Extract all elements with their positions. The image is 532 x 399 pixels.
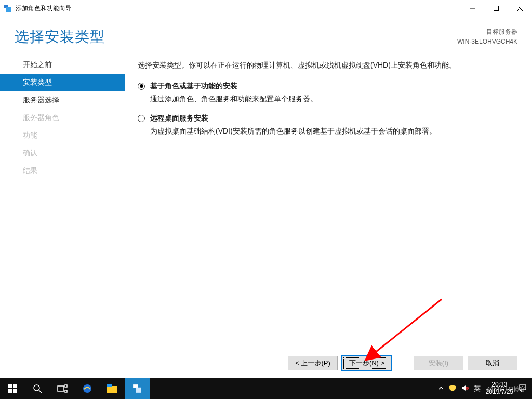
nav-before-you-begin[interactable]: 开始之前: [0, 56, 125, 74]
taskbar-server-manager[interactable]: [125, 378, 150, 399]
cancel-button[interactable]: 取消: [468, 356, 517, 370]
divider: [125, 56, 125, 348]
nav-features: 功能: [0, 127, 125, 144]
option-role-based[interactable]: 基于角色或基于功能的安装 通过添加角色、角色服务和功能来配置单个服务器。: [138, 82, 516, 104]
nav-install-type[interactable]: 安装类型: [0, 74, 125, 91]
footer: < 上一步(P) 下一步(N) > 安装(I) 取消: [0, 348, 532, 378]
start-button[interactable]: [0, 378, 25, 399]
svg-rect-15: [65, 390, 67, 392]
task-view-button[interactable]: [50, 378, 75, 399]
radio-rds[interactable]: [138, 115, 145, 122]
taskbar-ie[interactable]: [75, 378, 100, 399]
titlebar: 添加角色和功能向导: [0, 0, 532, 17]
maximize-button[interactable]: [484, 1, 508, 16]
target-label: 目标服务器: [457, 27, 517, 37]
watermark: @51CTO博客: [487, 385, 526, 394]
close-button[interactable]: [508, 1, 532, 16]
search-button[interactable]: [25, 378, 50, 399]
option-role-based-desc: 通过添加角色、角色服务和功能来配置单个服务器。: [150, 93, 516, 104]
tray-chevron-icon[interactable]: [438, 385, 444, 392]
window-controls: [460, 1, 532, 16]
svg-rect-14: [65, 385, 67, 387]
minimize-button[interactable]: [460, 1, 484, 16]
option-rds-desc: 为虚拟桌面基础结构(VDI)安装所需的角色服务以创建基于虚拟机或基于会话的桌面部…: [150, 125, 516, 137]
taskbar-explorer[interactable]: [100, 378, 125, 399]
svg-rect-20: [136, 388, 141, 393]
svg-point-11: [34, 385, 39, 391]
svg-rect-8: [13, 384, 17, 388]
next-button[interactable]: 下一步(N) >: [342, 356, 392, 370]
wizard-window: 添加角色和功能向导 选择安装类型 目标服务器 WIN-3ELOHVGCH4K 开…: [0, 0, 532, 378]
prev-button[interactable]: < 上一步(P): [288, 356, 338, 370]
window-title: 添加角色和功能向导: [16, 4, 460, 13]
option-rds-title: 远程桌面服务安装: [150, 114, 208, 123]
svg-rect-10: [13, 389, 17, 393]
svg-rect-7: [8, 384, 12, 388]
svg-rect-1: [6, 7, 11, 12]
install-button: 安装(I): [414, 356, 463, 370]
page-title: 选择安装类型: [15, 27, 105, 47]
svg-rect-3: [494, 6, 499, 11]
svg-rect-9: [8, 389, 12, 393]
tray-volume-icon[interactable]: [461, 384, 469, 393]
nav-server-roles: 服务器角色: [0, 109, 125, 127]
nav-confirm: 确认: [0, 144, 125, 162]
header: 选择安装类型 目标服务器 WIN-3ELOHVGCH4K: [0, 17, 532, 51]
svg-line-12: [39, 390, 42, 393]
app-icon: [3, 4, 11, 12]
svg-rect-18: [107, 384, 112, 387]
nav-server-selection[interactable]: 服务器选择: [0, 91, 125, 109]
svg-rect-13: [58, 386, 64, 391]
option-role-based-title: 基于角色或基于功能的安装: [150, 82, 237, 91]
body: 开始之前 安装类型 服务器选择 服务器角色 功能 确认 结果 选择安装类型。你可…: [0, 51, 532, 348]
radio-role-based[interactable]: [138, 83, 145, 90]
target-server-name: WIN-3ELOHVGCH4K: [457, 37, 517, 47]
intro-text: 选择安装类型。你可以在正在运行的物理计算机、虚拟机或脱机虚拟硬盘(VHD)上安装…: [138, 59, 516, 71]
content: 选择安装类型。你可以在正在运行的物理计算机、虚拟机或脱机虚拟硬盘(VHD)上安装…: [138, 56, 522, 348]
sidebar: 开始之前 安装类型 服务器选择 服务器角色 功能 确认 结果: [0, 56, 125, 348]
tray-shield-icon[interactable]: [449, 384, 456, 393]
target-server-block: 目标服务器 WIN-3ELOHVGCH4K: [457, 27, 517, 47]
nav-results: 结果: [0, 162, 125, 180]
tray-ime[interactable]: 英: [474, 384, 481, 393]
taskbar: 英 20:33 2019/7/25: [0, 378, 532, 399]
option-rds[interactable]: 远程桌面服务安装 为虚拟桌面基础结构(VDI)安装所需的角色服务以创建基于虚拟机…: [138, 114, 516, 137]
